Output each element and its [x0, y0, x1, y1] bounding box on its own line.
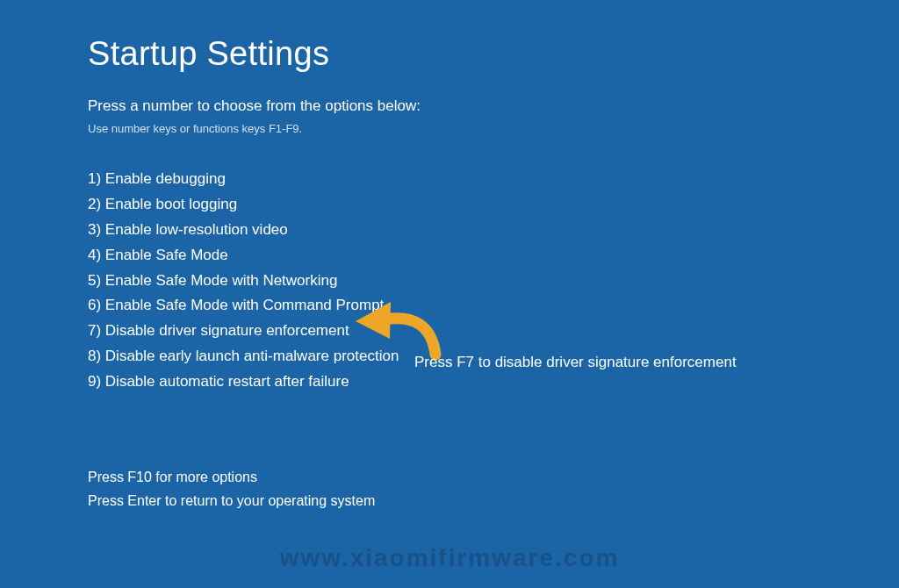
option-item-4[interactable]: 4) Enable Safe Mode — [88, 243, 811, 269]
option-item-1[interactable]: 1) Enable debugging — [88, 167, 811, 192]
callout-text: Press F7 to disable driver signature enf… — [414, 354, 737, 371]
option-item-9[interactable]: 9) Disable automatic restart after failu… — [88, 369, 811, 395]
footer-more-options: Press F10 for more options — [88, 465, 811, 489]
footer-return: Press Enter to return to your operating … — [88, 489, 811, 513]
option-item-7[interactable]: 7) Disable driver signature enforcement — [88, 319, 811, 344]
page-title: Startup Settings — [88, 35, 811, 73]
instruction-text: Press a number to choose from the option… — [88, 97, 811, 115]
option-item-2[interactable]: 2) Enable boot logging — [88, 192, 811, 218]
footer-block: Press F10 for more options Press Enter t… — [88, 465, 811, 513]
hint-text: Use number keys or functions keys F1-F9. — [88, 122, 811, 135]
option-item-5[interactable]: 5) Enable Safe Mode with Networking — [88, 269, 811, 294]
option-item-3[interactable]: 3) Enable low-resolution video — [88, 218, 811, 243]
option-item-6[interactable]: 6) Enable Safe Mode with Command Prompt — [88, 293, 811, 319]
watermark-text: www.xiaomifirmware.com — [280, 544, 620, 572]
